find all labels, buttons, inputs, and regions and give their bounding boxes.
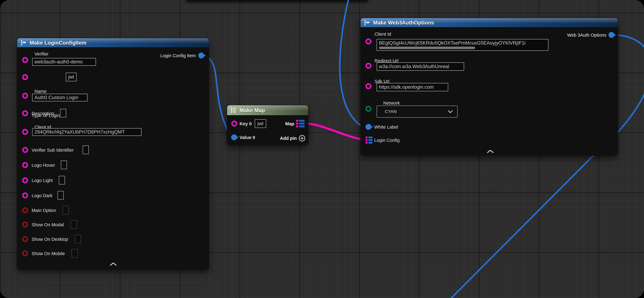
node-make-loginconfigitem[interactable]: Make LoginConfigItem Login Config Item V… <box>17 38 209 270</box>
pin-sdk-url[interactable] <box>366 83 372 89</box>
show-on-desktop-checkbox[interactable] <box>75 234 81 243</box>
dropdown-chevron-icon <box>448 110 453 113</box>
sdk-url-field[interactable] <box>376 83 448 91</box>
wire-map-to-loginconfig[interactable] <box>306 123 366 140</box>
node-make-map[interactable]: Make Map Key 0 jwt Map Value 0 Add pin <box>227 105 308 145</box>
output-pin-label: Login Config Item <box>160 53 196 58</box>
blueprint-graph-canvas[interactable]: Make LoginConfigItem Login Config Item V… <box>0 0 644 298</box>
type-of-login-value: jwt <box>68 74 74 80</box>
make-map-icon <box>230 107 237 113</box>
node-header[interactable]: Make Map <box>227 105 308 115</box>
pin-label-name: Name <box>34 89 46 94</box>
pin-client-id[interactable] <box>22 129 28 135</box>
network-selected-value: CYAN <box>377 109 448 114</box>
node-make-web3authoptions[interactable]: Make Web3AuthOptions Web 3Auth Options C… <box>361 18 618 155</box>
output-pin-label: Map <box>285 121 294 126</box>
redirect-url-input[interactable] <box>379 64 462 69</box>
show-on-mobile-checkbox[interactable] <box>72 249 78 258</box>
description-field[interactable] <box>60 109 66 118</box>
verifier-sub-identifier-field[interactable] <box>82 146 89 154</box>
pin-label-verifier-sub-identifier: Verifier Sub Identifier <box>32 148 74 153</box>
verifier-field[interactable] <box>32 58 96 66</box>
pin-logo-hover[interactable] <box>22 162 28 168</box>
name-input[interactable] <box>34 95 85 100</box>
logo-light-field[interactable] <box>59 176 65 184</box>
pin-label-network: Network <box>383 100 400 106</box>
pin-login-config-item-output[interactable] <box>198 52 204 58</box>
pin-value-0[interactable] <box>231 134 237 140</box>
pin-logo-dark[interactable] <box>22 192 28 198</box>
client-id-field[interactable] <box>376 39 548 51</box>
node-header[interactable]: Make Web3AuthOptions <box>361 18 618 27</box>
pin-show-on-mobile[interactable] <box>22 250 28 256</box>
logo-hover-field[interactable] <box>61 160 67 169</box>
node-header[interactable]: Make LoginConfigItem <box>17 38 209 47</box>
node-title: Make Web3AuthOptions <box>373 20 434 26</box>
output-pin-label: Web 3Auth Options <box>567 32 606 38</box>
pin-label-client-id: Client Id <box>374 32 391 37</box>
client-id-field[interactable] <box>32 128 142 136</box>
pin-show-on-modal[interactable] <box>22 222 28 228</box>
pin-label-logo-hover: Logo Hover <box>32 163 55 168</box>
pin-type-of-login[interactable] <box>22 74 28 80</box>
pin-label-key-0: Key 0 <box>240 121 252 126</box>
client-id-input[interactable] <box>34 129 139 135</box>
wire-top-to-whitelabel-glow <box>340 0 362 126</box>
sdk-url-input[interactable] <box>379 84 446 90</box>
name-field[interactable] <box>32 94 88 102</box>
add-pin-label: Add pin <box>280 136 297 141</box>
pin-show-on-desktop[interactable] <box>22 236 28 242</box>
node-title: Make Map <box>240 107 265 113</box>
pin-name[interactable] <box>22 93 28 99</box>
pin-verifier[interactable] <box>22 57 28 63</box>
client-id-input[interactable] <box>379 40 546 46</box>
pin-label-value-0: Value 0 <box>240 135 255 140</box>
pin-redirect-url[interactable] <box>366 63 372 69</box>
pin-main-option[interactable] <box>22 207 28 213</box>
collapse-chevron-icon[interactable] <box>110 262 117 266</box>
node-title: Make LoginConfigItem <box>30 40 86 46</box>
pin-key-0[interactable] <box>231 121 237 126</box>
make-struct-icon <box>364 20 371 26</box>
network-dropdown[interactable]: CYAN <box>376 106 458 118</box>
offscreen-node-edge <box>186 0 368 2</box>
type-of-login-field[interactable]: jwt <box>66 73 77 81</box>
pin-web3auth-options-output[interactable] <box>608 32 614 38</box>
client-id-scrollbar[interactable] <box>379 46 475 49</box>
pin-client-id[interactable] <box>366 38 372 44</box>
pin-login-config[interactable] <box>366 136 372 144</box>
key-0-field[interactable]: jwt <box>255 119 266 128</box>
pin-verifier-sub-identifier[interactable] <box>22 147 28 153</box>
wire-map-to-loginconfig-glow <box>306 123 366 140</box>
pin-label-white-label: White Label <box>374 124 398 130</box>
pin-label-logo-dark: Logo Dark <box>32 193 52 198</box>
add-pin-icon[interactable] <box>298 135 306 142</box>
pin-label-main-option: Main Option <box>32 208 56 213</box>
pin-description[interactable] <box>22 110 28 116</box>
collapse-chevron-icon[interactable] <box>486 150 494 153</box>
pin-label-show-on-mobile: Show On Mobile <box>32 251 65 256</box>
pin-label-show-on-modal: Show On Modal <box>32 222 64 228</box>
pin-white-label[interactable] <box>366 124 372 130</box>
pin-label-login-config: Login Config <box>374 138 400 143</box>
pin-logo-light[interactable] <box>22 177 28 183</box>
pin-label-description: Description <box>32 111 54 116</box>
pin-network[interactable] <box>366 106 372 112</box>
key-0-value: jwt <box>258 121 264 126</box>
verifier-input[interactable] <box>34 59 94 65</box>
main-option-checkbox[interactable] <box>62 206 69 214</box>
redirect-url-field[interactable] <box>376 62 464 71</box>
blueprint-editor-window: Make LoginConfigItem Login Config Item V… <box>0 0 644 298</box>
logo-dark-field[interactable] <box>58 191 64 200</box>
make-struct-icon <box>20 40 27 46</box>
show-on-modal-checkbox[interactable] <box>70 220 77 229</box>
pin-map-output[interactable] <box>296 120 305 127</box>
pin-label-verifier: Verifier <box>34 52 48 56</box>
wire-top-to-whitelabel[interactable] <box>340 0 362 126</box>
pin-label-logo-light: Logo Light <box>32 178 53 183</box>
pin-label-show-on-desktop: Show On Desktop <box>32 237 68 242</box>
